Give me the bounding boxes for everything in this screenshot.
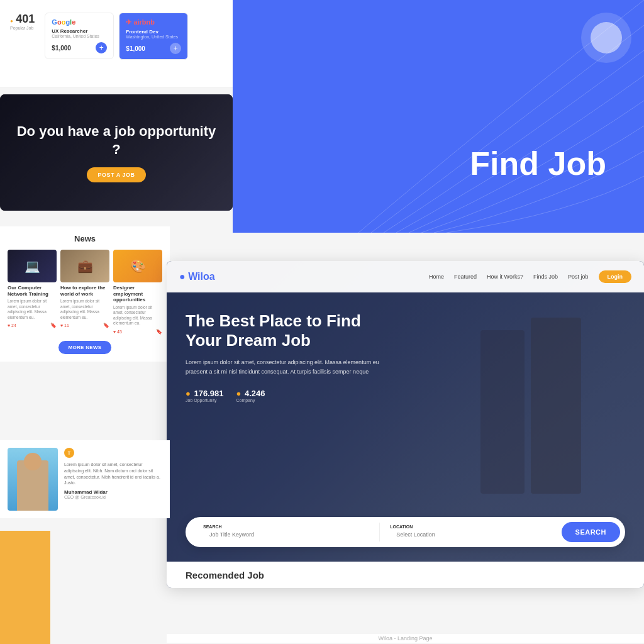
- landing-nav: ● Wiloa Home Featured How it Works? Find…: [167, 261, 644, 292]
- nav-link-home[interactable]: Home: [429, 274, 444, 280]
- bottom-label: Wiloa - Landing Page: [167, 634, 644, 643]
- recommended-title: Recomended Job: [186, 570, 264, 580]
- apply-btn-airbnb[interactable]: +: [170, 43, 181, 54]
- stat-jobs: ● 176.981 Job Opportunity: [186, 389, 223, 402]
- stat-companies-label: Company: [236, 398, 265, 402]
- search-divider: [379, 523, 380, 541]
- news-card-1-likes: ♥ 24: [8, 323, 16, 328]
- job-title-google: UX Researcher: [52, 28, 107, 34]
- recommended-bar: Recomended Job: [167, 562, 644, 588]
- stat-jobs-number: ● 176.981: [186, 389, 223, 398]
- search-label: SEARCH: [203, 525, 369, 529]
- hero-description: Lorem ipsum dolor sit amet, consectetur …: [186, 358, 387, 376]
- job-card-google: Google UX Researcher California, United …: [45, 13, 114, 59]
- news-card-1-img: 💻: [8, 250, 57, 282]
- nav-login-button[interactable]: Login: [599, 270, 632, 283]
- testimonial-content: T Lorem ipsum dolor sit amet, consectetu…: [64, 448, 162, 511]
- top-left-section: ● 401 Popular Job Google UX Researcher C…: [0, 0, 233, 88]
- testimonial-badge: T: [64, 448, 74, 458]
- nav-links: Home Featured How it Works? Finds Job Po…: [240, 270, 631, 283]
- testimonial-author: Muhammad Widar: [64, 489, 162, 495]
- news-card-2-title: How to explore the world of work: [60, 285, 109, 297]
- stat-companies: ● 4.246 Company: [236, 389, 265, 402]
- search-field-group: SEARCH: [198, 525, 374, 540]
- job-location-airbnb: Washington, United States: [126, 35, 181, 39]
- nav-link-featured[interactable]: Featured: [454, 274, 477, 280]
- news-card-1-title: Our Computer Network Training: [8, 285, 57, 297]
- location-input[interactable]: [390, 529, 556, 540]
- stat-jobs-label: Job Opportunity: [186, 398, 223, 402]
- orange-decoration: [0, 531, 50, 644]
- hero-content: The Best Place to Find Your Dream Job Lo…: [186, 311, 387, 402]
- search-button[interactable]: SEARCH: [562, 522, 620, 542]
- testimonial-avatar: [8, 448, 58, 511]
- landing-page: ● Wiloa Home Featured How it Works? Find…: [167, 261, 644, 588]
- news-card-2-img: 💼: [60, 250, 109, 282]
- hero-stats: ● 176.981 Job Opportunity ● 4.246 Compan…: [186, 389, 387, 402]
- news-card-2: 💼 How to explore the world of work Lorem…: [60, 250, 109, 335]
- testimonial-role: CEO @ Greatcook.id: [64, 495, 162, 499]
- salary-airbnb: $1,000: [126, 45, 145, 52]
- counter-number: ● 401: [10, 13, 35, 26]
- job-post-title: Do you have a job opportunity ?: [13, 123, 220, 158]
- news-card-3-title: Designer employment opportunities: [113, 285, 162, 303]
- more-news-button[interactable]: MORE NEWS: [58, 341, 112, 354]
- apply-btn-google[interactable]: +: [96, 42, 107, 53]
- nav-link-findsjob[interactable]: Finds Job: [533, 274, 558, 280]
- find-job-heading: Find Job: [470, 145, 606, 182]
- counter-label: Popular Job: [10, 26, 35, 30]
- news-card-2-likes: ♥ 11: [60, 323, 69, 328]
- news-card-3-img: 🎨: [113, 250, 162, 282]
- testimonial-section: T Lorem ipsum dolor sit amet, consectetu…: [0, 440, 170, 518]
- airbnb-logo: ✈ airbnb: [126, 18, 181, 26]
- location-field-group: LOCATION: [385, 525, 561, 540]
- testimonial-text: Lorem ipsum dolor sit amet, consectetur …: [64, 462, 162, 486]
- location-label: LOCATION: [390, 525, 556, 529]
- top-right-hero: Find Job: [233, 0, 644, 233]
- news-card-1: 💻 Our Computer Network Training Lorem ip…: [8, 250, 57, 335]
- news-card-3-likes: ♥ 45: [113, 330, 122, 334]
- news-card-3: 🎨 Designer employment opportunities Lore…: [113, 250, 162, 335]
- blue-circle-inner: [591, 22, 622, 53]
- bookmark-icon-3[interactable]: 🔖: [156, 329, 162, 335]
- google-logo: Google: [52, 18, 107, 26]
- post-job-button[interactable]: POST A JOB: [87, 167, 147, 182]
- nav-link-postjob[interactable]: Post job: [568, 274, 589, 280]
- news-card-3-desc: Lorem ipsum dolor sit amet, consectetur …: [113, 305, 162, 326]
- search-bar: SEARCH LOCATION SEARCH: [186, 517, 625, 547]
- salary-google: $1,000: [52, 45, 71, 52]
- search-input[interactable]: [203, 529, 369, 540]
- news-section-title: News: [8, 234, 162, 243]
- nav-link-how[interactable]: How it Works?: [487, 274, 523, 280]
- hero-headline: The Best Place to Find Your Dream Job: [186, 311, 387, 350]
- job-card-airbnb: ✈ airbnb Frontend Dev Washington, United…: [119, 13, 188, 60]
- blue-circle-decoration: [581, 13, 631, 63]
- bookmark-icon-2[interactable]: 🔖: [103, 323, 109, 328]
- stat-companies-number: ● 4.246: [236, 389, 265, 398]
- job-title-airbnb: Frontend Dev: [126, 29, 181, 35]
- news-cards-row: 💻 Our Computer Network Training Lorem ip…: [8, 250, 162, 335]
- bookmark-icon-1[interactable]: 🔖: [50, 323, 57, 328]
- job-location-google: California, United States: [52, 34, 107, 38]
- news-card-2-desc: Lorem ipsum dolor sit amet, consectetur …: [60, 299, 109, 320]
- job-post-card: Do you have a job opportunity ? POST A J…: [0, 94, 233, 211]
- news-card-1-desc: Lorem ipsum dolor sit amet, consectetur …: [8, 299, 57, 320]
- news-section: News 💻 Our Computer Network Training Lor…: [0, 226, 170, 362]
- nav-brand: ● Wiloa: [179, 271, 215, 282]
